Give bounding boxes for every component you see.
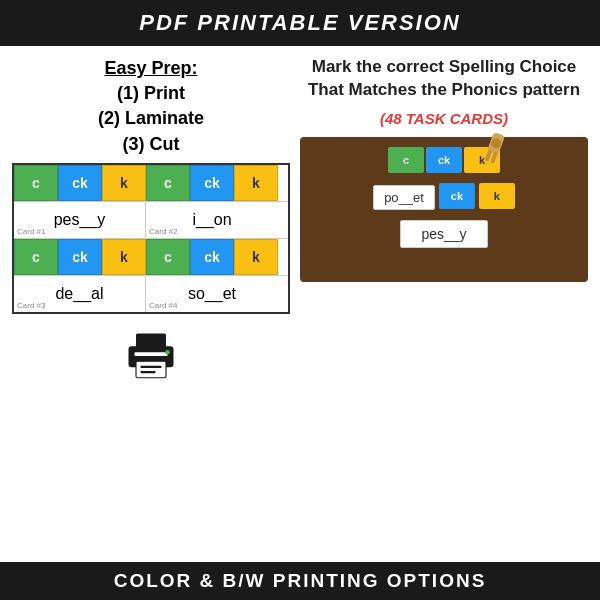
card-color-row-1: c ck k c ck k xyxy=(14,165,288,201)
card-cell-ck1: ck xyxy=(58,165,102,201)
description-text: Mark the correct Spelling Choice That Ma… xyxy=(300,56,588,102)
word-label-4: Card #4 xyxy=(149,301,177,310)
card-cell-c4: c xyxy=(146,239,190,275)
card-cell-ck2: ck xyxy=(190,165,234,201)
word-cell-deal: Card #3 de__al xyxy=(14,276,146,312)
card-cell-k1: k xyxy=(102,165,146,201)
card-cell-k2: k xyxy=(234,165,278,201)
word-cell-ion: Card #2 i__on xyxy=(146,202,278,238)
card-cell-c3: c xyxy=(14,239,58,275)
svg-point-6 xyxy=(165,350,170,355)
card-cell-c2: c xyxy=(146,165,190,201)
card-cell-k3: k xyxy=(102,239,146,275)
svg-rect-5 xyxy=(141,371,156,373)
word-text-1: pes__y xyxy=(54,211,106,229)
step-2: (2) Laminate xyxy=(98,108,204,128)
word-row-2: Card #3 de__al Card #4 so__et xyxy=(14,275,288,312)
footer-text: COLOR & B/W PRINTING OPTIONS xyxy=(114,570,487,591)
printer-icon xyxy=(121,326,181,386)
word-row-1: Card #1 pes__y Card #2 i__on xyxy=(14,201,288,238)
card-cell-ck4: ck xyxy=(190,239,234,275)
task-cards-badge: (48 TASK CARDS) xyxy=(380,110,508,127)
right-panel: Mark the correct Spelling Choice That Ma… xyxy=(300,56,588,526)
mini-card-ck-2: ck xyxy=(439,183,475,209)
word-card-row-2: pes__y xyxy=(400,218,487,248)
mini-card-c: c xyxy=(388,147,424,173)
svg-rect-2 xyxy=(135,352,168,356)
card-cell-c1: c xyxy=(14,165,58,201)
mini-card-row-1: c ck k xyxy=(388,147,500,173)
card-cell-ck3: ck xyxy=(58,239,102,275)
mini-card-ck: ck xyxy=(426,147,462,173)
word-card-poet: po__et xyxy=(373,185,435,210)
card-grid-1: c ck k c ck k Card #1 pes__y Card #2 i__… xyxy=(12,163,290,314)
word-card-row-1: po__et ck k xyxy=(373,183,515,210)
printer-area xyxy=(12,314,290,386)
step-1: (1) Print xyxy=(117,83,185,103)
word-text-2: i__on xyxy=(192,211,231,229)
word-label-3: Card #3 xyxy=(17,301,45,310)
step-3: (3) Cut xyxy=(123,134,180,154)
word-cell-pesy: Card #1 pes__y xyxy=(14,202,146,238)
word-text-3: de__al xyxy=(55,285,103,303)
page-header: PDF PRINTABLE VERSION xyxy=(0,0,600,46)
left-panel: Easy Prep: (1) Print (2) Laminate (3) Cu… xyxy=(12,56,290,526)
header-title: PDF PRINTABLE VERSION xyxy=(139,10,461,35)
easy-prep-heading: Easy Prep: (1) Print (2) Laminate (3) Cu… xyxy=(12,56,290,157)
word-label-2: Card #2 xyxy=(149,227,177,236)
svg-rect-3 xyxy=(136,361,166,378)
main-content: Easy Prep: (1) Print (2) Laminate (3) Cu… xyxy=(0,46,600,536)
word-card-pesy: pes__y xyxy=(400,220,487,248)
photo-area: c ck k po__et ck k xyxy=(300,137,588,282)
card-color-row-2: c ck k c ck k xyxy=(14,238,288,275)
word-text-4: so__et xyxy=(188,285,236,303)
clothespin-icon xyxy=(474,125,514,172)
page-footer: COLOR & B/W PRINTING OPTIONS xyxy=(0,562,600,600)
mini-card-k-2: k xyxy=(479,183,515,209)
svg-rect-4 xyxy=(141,366,162,368)
easy-prep-label: Easy Prep: xyxy=(104,58,197,78)
card-cell-k4: k xyxy=(234,239,278,275)
word-cell-soet: Card #4 so__et xyxy=(146,276,278,312)
word-label-1: Card #1 xyxy=(17,227,45,236)
